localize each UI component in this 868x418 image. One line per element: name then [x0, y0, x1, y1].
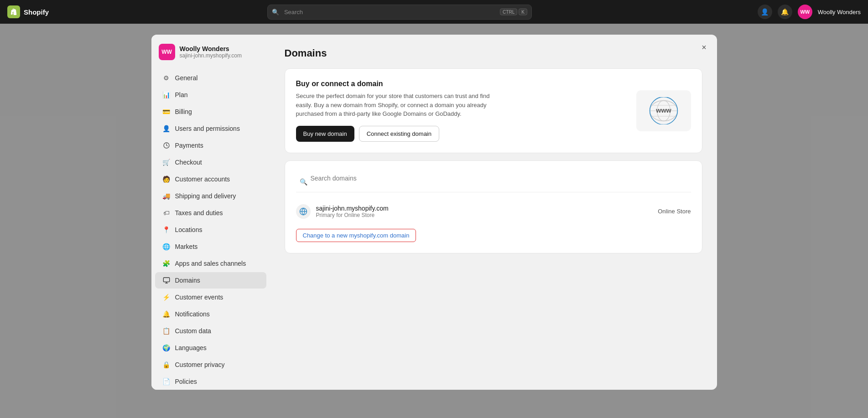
domain-row-icon — [296, 204, 311, 219]
sidebar-item-custom-data[interactable]: 📋 Custom data — [155, 323, 266, 339]
sidebar-item-apps[interactable]: 🧩 Apps and sales channels — [155, 255, 266, 272]
checkout-icon: 🛒 — [162, 158, 171, 166]
promo-actions: Buy new domain Connect existing domain — [296, 126, 506, 142]
svg-rect-0 — [163, 278, 169, 282]
sidebar-label-checkout: Checkout — [175, 159, 202, 166]
topnav-store-name: Woolly Wonders — [818, 9, 861, 15]
shopify-logo-text: Shopify — [24, 8, 49, 16]
shopify-logo[interactable]: Shopify — [7, 5, 49, 18]
topnav-right: 👤 🔔 WW Woolly Wonders — [758, 5, 861, 19]
sidebar-label-payments: Payments — [175, 142, 203, 149]
sidebar-item-billing[interactable]: 💳 Billing — [155, 103, 266, 120]
locations-icon: 📍 — [162, 226, 171, 234]
sidebar-label-markets: Markets — [175, 243, 198, 250]
store-info: Woolly Wonders sajini-john.myshopify.com — [180, 45, 242, 59]
notifications-icon-btn[interactable]: 🔔 — [778, 5, 792, 19]
sidebar-item-checkout[interactable]: 🛒 Checkout — [155, 154, 266, 170]
sidebar-item-policies[interactable]: 📄 Policies — [155, 373, 266, 390]
sidebar-item-users[interactable]: 👤 Users and permissions — [155, 120, 266, 137]
sidebar-item-plan[interactable]: 📊 Plan — [155, 87, 266, 103]
modal-overlay: × WW Woolly Wonders sajini-john.myshopif… — [0, 24, 868, 418]
customer-accounts-icon: 🧑 — [162, 175, 171, 183]
sidebar-item-customer-privacy[interactable]: 🔒 Customer privacy — [155, 356, 266, 373]
search-domains-wrap: 🔍 — [296, 172, 691, 192]
user-avatar[interactable]: WW — [798, 5, 812, 19]
domain-name: sajini-john.myshopify.com — [316, 205, 389, 212]
ctrl-key: CTRL — [500, 9, 517, 15]
plan-icon: 📊 — [162, 91, 171, 99]
sidebar-item-general[interactable]: ⚙ General — [155, 70, 266, 86]
buy-domain-card: Buy or connect a domain Secure the perfe… — [285, 68, 702, 153]
domain-row-left: sajini-john.myshopify.com Primary for On… — [296, 204, 389, 219]
change-domain-button[interactable]: Change to a new myshopify.com domain — [296, 229, 416, 242]
domain-badge: Online Store — [658, 208, 691, 215]
sidebar-label-general: General — [175, 74, 198, 82]
sidebar-label-apps: Apps and sales channels — [175, 260, 246, 267]
languages-icon: 🌍 — [162, 344, 171, 352]
sidebar-label-locations: Locations — [175, 226, 203, 233]
settings-modal: × WW Woolly Wonders sajini-john.myshopif… — [151, 35, 717, 390]
domain-row: sajini-john.myshopify.com Primary for On… — [296, 200, 691, 223]
sidebar-item-locations[interactable]: 📍 Locations — [155, 222, 266, 238]
general-icon: ⚙ — [162, 74, 171, 82]
domains-list-card: 🔍 — [285, 160, 702, 253]
buy-new-domain-button[interactable]: Buy new domain — [296, 126, 354, 142]
search-bar[interactable]: 🔍 CTRL K — [267, 5, 532, 20]
taxes-icon: 🏷 — [162, 209, 171, 217]
sidebar-item-markets[interactable]: 🌐 Markets — [155, 238, 266, 255]
search-domains-input[interactable] — [296, 172, 691, 185]
billing-icon: 💳 — [162, 108, 171, 116]
domain-info: sajini-john.myshopify.com Primary for On… — [316, 205, 389, 218]
payments-icon — [162, 141, 171, 150]
markets-icon: 🌐 — [162, 243, 171, 251]
shopify-bag-icon — [7, 5, 20, 18]
search-shortcut: CTRL K — [500, 9, 527, 15]
search-input[interactable] — [267, 5, 532, 20]
customer-privacy-icon: 🔒 — [162, 361, 171, 369]
promo-text-content: Buy or connect a domain Secure the perfe… — [296, 80, 506, 119]
apps-icon: 🧩 — [162, 259, 171, 268]
sidebar-item-customer-events[interactable]: ⚡ Customer events — [155, 289, 266, 305]
store-header: WW Woolly Wonders sajini-john.myshopify.… — [151, 44, 270, 69]
sidebar-item-taxes[interactable]: 🏷 Taxes and duties — [155, 205, 266, 221]
sidebar-label-policies: Policies — [175, 378, 197, 385]
sidebar-label-domains: Domains — [175, 277, 200, 284]
sidebar-label-customer-events: Customer events — [175, 294, 223, 301]
store-name: Woolly Wonders — [180, 45, 242, 52]
sidebar-navigation: ⚙ General 📊 Plan 💳 Billing 👤 Users and p… — [151, 70, 270, 390]
customer-events-icon: ⚡ — [162, 293, 171, 301]
domains-icon — [162, 276, 171, 284]
connect-existing-domain-button[interactable]: Connect existing domain — [359, 126, 439, 142]
shipping-icon: 🚚 — [162, 192, 171, 200]
sidebar-item-domains[interactable]: Domains — [155, 272, 266, 289]
change-domain-wrap: Change to a new myshopify.com domain — [296, 223, 691, 242]
main-layout: × WW Woolly Wonders sajini-john.myshopif… — [0, 0, 868, 418]
sidebar-item-notifications[interactable]: 🔔 Notifications — [155, 306, 266, 322]
search-icon: 🔍 — [272, 9, 279, 15]
users-icon: 👤 — [162, 124, 171, 133]
profile-icon-btn[interactable]: 👤 — [758, 5, 772, 19]
sidebar-label-taxes: Taxes and duties — [175, 209, 223, 217]
store-url: sajini-john.myshopify.com — [180, 52, 242, 59]
top-navigation: Shopify 🔍 CTRL K 👤 🔔 WW Woolly Wonders — [0, 0, 868, 24]
domain-globe-image: www — [636, 90, 691, 131]
domain-primary-label: Primary for Online Store — [316, 212, 389, 218]
main-content: Domains Buy or connect a domain Secure t… — [270, 35, 717, 390]
notifications-icon: 🔔 — [162, 310, 171, 318]
sidebar-label-shipping: Shipping and delivery — [175, 192, 236, 200]
sidebar-label-notifications: Notifications — [175, 310, 210, 318]
domain-promo: Buy or connect a domain Secure the perfe… — [296, 80, 691, 142]
close-button[interactable]: × — [698, 41, 711, 54]
k-key: K — [519, 9, 527, 15]
sidebar-item-languages[interactable]: 🌍 Languages — [155, 340, 266, 356]
svg-text:www: www — [655, 107, 671, 114]
search-domains-icon: 🔍 — [300, 178, 307, 186]
sidebar-label-users: Users and permissions — [175, 125, 240, 132]
sidebar-item-customer-accounts[interactable]: 🧑 Customer accounts — [155, 171, 266, 187]
sidebar-item-shipping[interactable]: 🚚 Shipping and delivery — [155, 188, 266, 204]
sidebar-label-customer-privacy: Customer privacy — [175, 361, 225, 368]
sidebar-label-languages: Languages — [175, 344, 207, 351]
promo-title: Buy or connect a domain — [296, 80, 506, 88]
settings-sidebar: WW Woolly Wonders sajini-john.myshopify.… — [151, 35, 270, 390]
sidebar-item-payments[interactable]: Payments — [155, 137, 266, 154]
